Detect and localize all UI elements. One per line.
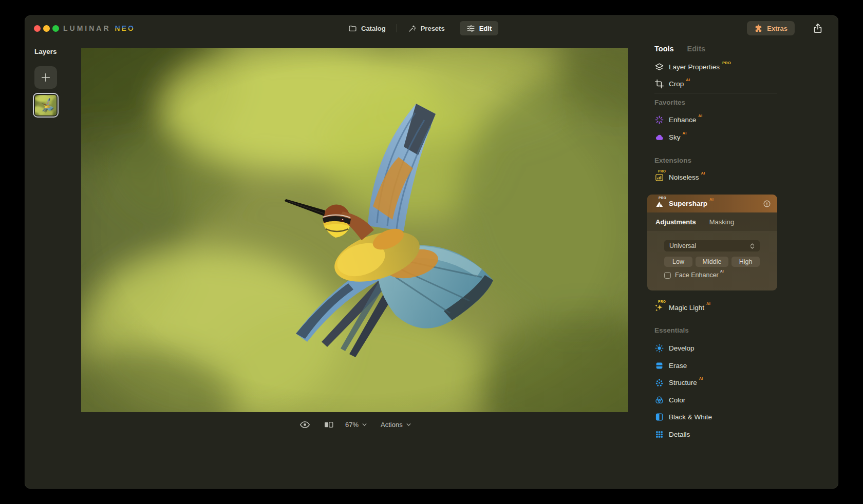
sliders-icon (466, 24, 475, 33)
close-button[interactable] (34, 25, 41, 32)
puzzle-icon (754, 24, 763, 33)
tab-masking[interactable]: Masking (709, 218, 734, 226)
sidebar-item-enhance[interactable]: EnhanceAI (654, 113, 702, 126)
tab-catalog[interactable]: Catalog (342, 21, 392, 35)
layers-panel-title: Layers (34, 48, 57, 55)
sidebar-item-erase[interactable]: Erase (654, 359, 687, 372)
app-window: LUMINAR NEO Catalog Presets (25, 15, 838, 489)
tab-presets-label: Presets (421, 25, 445, 32)
sidebar-item-magic-light[interactable]: PRO Magic LightAI (654, 301, 710, 314)
photo-canvas[interactable] (81, 48, 628, 412)
noiseless-label: NoiselessAI (669, 173, 705, 181)
tab-catalog-label: Catalog (361, 25, 386, 32)
tab-edits[interactable]: Edits (687, 45, 705, 53)
app-logo: LUMINAR NEO (63, 16, 135, 41)
cloud-icon (654, 132, 664, 142)
nav-divider (397, 24, 397, 32)
essentials-header: Essentials (654, 326, 689, 334)
supersharp-mountain-icon: PRO (655, 199, 664, 208)
sidebar-item-black-white[interactable]: Black & White (654, 411, 712, 423)
develop-label: Develop (669, 344, 695, 352)
zoom-level-value: 67% (345, 421, 359, 429)
tab-tools[interactable]: Tools (654, 45, 674, 53)
sidebar-item-details[interactable]: Details (654, 428, 690, 440)
fullscreen-button[interactable] (52, 25, 59, 32)
zoom-level-control[interactable]: 67% (345, 421, 367, 429)
sidebar-item-develop[interactable]: Develop (654, 342, 695, 354)
color-label: Color (669, 396, 685, 404)
share-icon[interactable] (812, 23, 823, 34)
structure-dots-icon (654, 378, 664, 387)
crop-icon (654, 79, 664, 89)
layer-properties-label: Layer PropertiesPRO (669, 63, 731, 71)
actions-label: Actions (381, 421, 403, 429)
preview-eye-icon[interactable] (299, 419, 310, 430)
chevron-down-icon (406, 422, 411, 428)
viewer-toolbar: 67% Actions (299, 418, 411, 431)
compare-icon[interactable] (323, 419, 334, 430)
section-favorites: Favorites (654, 96, 685, 108)
sidebar-divider (654, 93, 777, 93)
sidebar-item-noiseless[interactable]: PRO NoiselessAI (654, 171, 705, 183)
supersharp-title: SupersharpAI (669, 200, 714, 207)
select-updown-icon (749, 243, 756, 249)
ai-badge: AI (699, 376, 703, 381)
favorites-header: Favorites (654, 99, 685, 106)
sharpen-mode-select[interactable]: Universal (664, 240, 760, 251)
plus-icon (40, 72, 51, 83)
pro-badge: PRO (659, 196, 666, 200)
sidebar-item-layer-properties[interactable]: Layer PropertiesPRO (654, 61, 731, 73)
window-controls (34, 25, 59, 32)
noiseless-icon: PRO (654, 172, 664, 182)
sidebar-item-crop[interactable]: CropAI (654, 77, 690, 90)
enhance-label: EnhanceAI (669, 116, 702, 124)
develop-sun-icon (654, 343, 664, 353)
face-enhancer-label: Face EnhancerAI (675, 272, 724, 279)
logo-text-luminar: LUMINAR (63, 24, 111, 32)
sidebar-item-color[interactable]: Color (654, 394, 685, 406)
ai-badge: AI (686, 77, 690, 82)
photo-bird-image (81, 48, 628, 412)
face-enhancer-row: Face EnhancerAI (664, 272, 724, 279)
sidebar-item-sky[interactable]: SkyAI (654, 131, 687, 143)
folder-icon (348, 24, 357, 33)
layers-icon (654, 62, 664, 72)
enhance-sparkle-icon (654, 115, 664, 125)
minimize-button[interactable] (43, 25, 50, 32)
extras-button[interactable]: Extras (747, 21, 795, 35)
actions-menu[interactable]: Actions (381, 421, 411, 429)
eraser-icon (654, 361, 664, 371)
ai-badge: AI (709, 197, 714, 202)
strength-high-button[interactable]: High (731, 257, 760, 267)
supersharp-header[interactable]: PRO SupersharpAI (647, 195, 777, 212)
section-essentials: Essentials (654, 324, 689, 336)
details-grid-icon (654, 430, 664, 439)
ai-badge: AI (706, 301, 710, 306)
ai-badge: AI (698, 113, 702, 118)
tab-presets[interactable]: Presets (401, 21, 452, 35)
black-white-icon (654, 412, 664, 422)
extensions-header: Extensions (654, 157, 691, 164)
face-enhancer-checkbox[interactable] (664, 272, 671, 279)
info-icon[interactable] (763, 200, 771, 208)
ai-badge: AI (720, 269, 724, 273)
sharpen-mode-value: Universal (669, 242, 696, 249)
strength-middle-button[interactable]: Middle (696, 257, 728, 267)
details-label: Details (669, 431, 690, 438)
add-layer-button[interactable] (34, 66, 57, 89)
top-navigation: Catalog Presets Edit (342, 21, 498, 35)
section-extensions: Extensions (654, 154, 691, 166)
sidebar-tabs: Tools Edits (654, 43, 705, 55)
tab-adjustments[interactable]: Adjustments (655, 218, 696, 226)
supersharp-panel: PRO SupersharpAI Adjustments Masking Uni… (647, 195, 777, 290)
magic-light-label: Magic LightAI (669, 304, 710, 312)
strength-low-button[interactable]: Low (664, 257, 692, 267)
tab-edit[interactable]: Edit (460, 21, 499, 35)
titlebar: LUMINAR NEO Catalog Presets (25, 16, 838, 41)
pro-badge: PRO (658, 300, 666, 303)
sidebar-item-structure[interactable]: StructureAI (654, 376, 703, 389)
pro-badge: PRO (658, 169, 666, 173)
ai-badge: AI (683, 131, 687, 135)
layer-thumbnail-selected[interactable] (33, 93, 59, 118)
sky-label: SkyAI (669, 133, 687, 141)
